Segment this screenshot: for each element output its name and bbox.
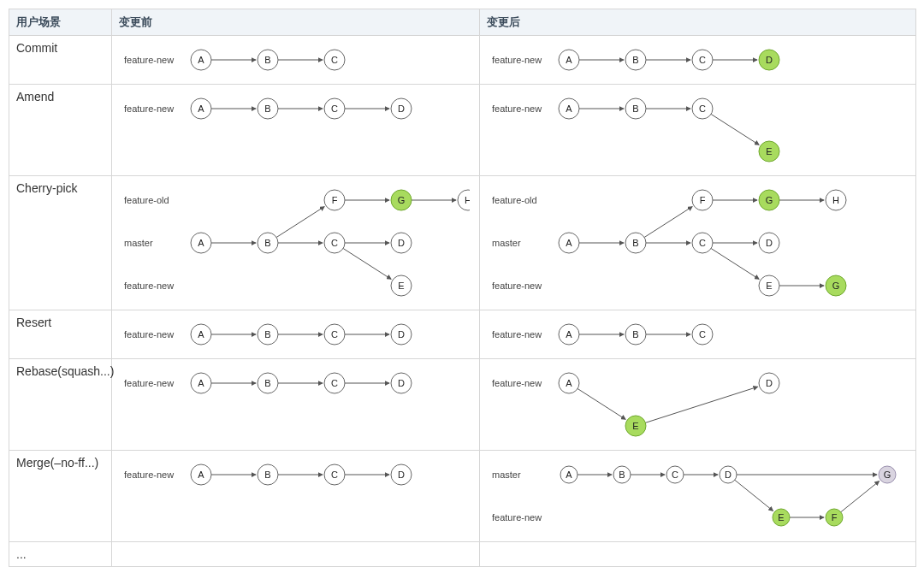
commit-node-label: A xyxy=(566,55,572,65)
scene-cell: Resert xyxy=(9,310,112,359)
commit-node-label: D xyxy=(766,238,773,248)
branch-label: feature-new xyxy=(124,378,174,388)
commit-node-label: E xyxy=(632,421,638,431)
commit-edge xyxy=(644,207,692,238)
commit-graph: feature-newABCD xyxy=(119,459,468,490)
commit-node-label: A xyxy=(198,329,204,340)
commit-graph: masterfeature-newABCDGEF xyxy=(487,459,906,533)
branch-label: feature-old xyxy=(492,195,537,205)
commit-node-label: B xyxy=(264,329,270,340)
header-after: 变更后 xyxy=(480,9,916,36)
commit-edge xyxy=(343,248,391,279)
after-cell: masterfeature-newABCDGEF xyxy=(480,451,916,542)
branch-label: feature-new xyxy=(492,281,542,291)
commit-node-label: F xyxy=(700,195,706,205)
commit-node-label: E xyxy=(778,512,784,523)
scene-label: Cherry-pick xyxy=(16,181,78,195)
commit-node-label: A xyxy=(198,470,204,480)
commit-node-label: A xyxy=(566,470,572,480)
commit-node-label: C xyxy=(699,103,706,114)
commit-node-label: D xyxy=(766,55,773,65)
scene-cell: ... xyxy=(9,542,112,567)
commit-edge xyxy=(645,387,757,422)
table-row: Rebase(squash...)feature-newABCDfeature-… xyxy=(9,359,916,451)
commit-node-label: G xyxy=(766,195,773,205)
commit-node-label: G xyxy=(832,281,840,291)
scene-label: Amend xyxy=(16,90,54,103)
commit-node-label: C xyxy=(331,103,338,114)
commit-node-label: A xyxy=(566,329,572,340)
after-cell xyxy=(480,542,916,567)
commit-node-label: B xyxy=(264,55,270,65)
branch-label: master xyxy=(492,470,521,480)
commit-node-label: C xyxy=(331,329,338,340)
commit-node-label: D xyxy=(398,378,405,388)
commit-graph: feature-newABC xyxy=(119,44,401,75)
commit-node-label: F xyxy=(832,512,838,523)
commit-graph: feature-newABCE xyxy=(487,93,836,167)
commit-node-label: C xyxy=(331,55,338,65)
scene-label: ... xyxy=(16,547,27,561)
commit-node-label: F xyxy=(332,195,338,205)
scene-cell: Cherry-pick xyxy=(9,176,112,310)
header-scene: 用户场景 xyxy=(9,9,112,36)
commit-graph: feature-oldmasterfeature-newFGHABCDEG xyxy=(487,185,903,301)
after-cell: feature-newABCE xyxy=(480,85,916,176)
commit-node-label: A xyxy=(198,238,204,248)
scene-label: Commit xyxy=(16,41,57,55)
branch-label: feature-new xyxy=(492,378,542,388)
commit-node-label: E xyxy=(766,146,772,157)
commit-graph: feature-newABCD xyxy=(487,44,836,75)
branch-label: feature-new xyxy=(124,281,174,291)
commit-graph: feature-newADE xyxy=(487,368,836,441)
commit-edge xyxy=(276,207,324,238)
after-cell: feature-newABC xyxy=(480,310,916,359)
commit-node-label: B xyxy=(264,470,270,480)
commit-node-label: A xyxy=(198,55,204,65)
before-cell: feature-newABCD xyxy=(112,451,480,542)
commit-graph: feature-newABCD xyxy=(119,368,468,399)
header-before: 变更前 xyxy=(112,9,480,36)
commit-node-label: C xyxy=(672,470,678,480)
commit-node-label: A xyxy=(198,103,204,114)
commit-edge xyxy=(841,481,880,512)
scene-cell: Commit xyxy=(9,36,112,85)
table-row: Commitfeature-newABCfeature-newABCD xyxy=(9,36,916,85)
commit-node-label: C xyxy=(331,470,338,480)
commit-node-label: G xyxy=(884,470,891,480)
commit-node-label: B xyxy=(264,378,270,388)
commit-graph: feature-oldmasterfeature-newFGHABCDE xyxy=(119,185,470,301)
scene-cell: Rebase(squash...) xyxy=(9,359,112,451)
commit-node-label: B xyxy=(632,329,638,340)
commit-graph: feature-newABCD xyxy=(119,93,468,124)
commit-node-label: C xyxy=(331,378,338,388)
branch-label: feature-new xyxy=(124,329,174,340)
branch-label: master xyxy=(124,238,153,248)
branch-label: feature-old xyxy=(124,195,169,205)
scene-label: Rebase(squash...) xyxy=(16,364,114,378)
commit-node-label: B xyxy=(264,103,270,114)
branch-label: master xyxy=(492,238,521,248)
commit-node-label: A xyxy=(566,238,572,248)
commit-node-label: A xyxy=(566,103,572,114)
commit-node-label: D xyxy=(398,238,405,248)
branch-label: feature-new xyxy=(492,103,542,114)
branch-label: feature-new xyxy=(124,103,174,114)
before-cell: feature-newABCD xyxy=(112,310,480,359)
commit-graph: feature-newABCD xyxy=(119,319,468,350)
branch-label: feature-new xyxy=(124,55,174,65)
commit-node-label: H xyxy=(832,195,839,205)
branch-label: feature-new xyxy=(124,470,174,480)
branch-label: feature-new xyxy=(492,329,542,340)
commit-node-label: C xyxy=(699,238,706,248)
commit-edge xyxy=(711,114,759,145)
after-cell: feature-oldmasterfeature-newFGHABCDEG xyxy=(480,176,916,310)
git-scenarios-table: 用户场景 变更前 变更后 Commitfeature-newABCfeature… xyxy=(9,9,916,567)
before-cell: feature-newABC xyxy=(112,36,480,85)
commit-node-label: A xyxy=(566,378,572,388)
table-row: Cherry-pickfeature-oldmasterfeature-newF… xyxy=(9,176,916,310)
branch-label: feature-new xyxy=(492,55,542,65)
commit-node-label: D xyxy=(398,103,405,114)
branch-label: feature-new xyxy=(492,512,542,523)
commit-node-label: B xyxy=(632,103,638,114)
